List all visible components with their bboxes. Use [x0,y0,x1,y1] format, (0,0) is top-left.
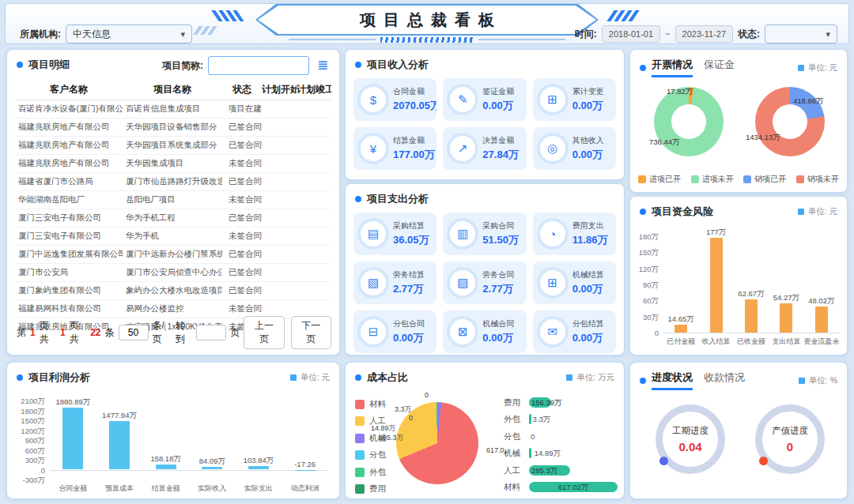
bar-category-label: 已付金额 [663,337,698,347]
expense-payment-icon: ◔ [540,221,565,246]
legend-item: 进项未开 [691,174,734,185]
page-size-input[interactable] [119,325,149,340]
stat-card-label: 机械合同 [482,318,514,329]
table-column-header: 计划竣工 [297,83,331,96]
axis-line [50,470,328,471]
tab-deposit[interactable]: 保证金 [704,58,735,75]
tab-collection-status[interactable]: 收款情况 [704,370,745,388]
tab-progress-status[interactable]: 进度状况 [652,370,693,390]
bar-category-label: 实际收入 [189,483,236,494]
date-start-input[interactable]: 2018-01-01 [602,25,660,43]
visa-amount-icon: ✎ [450,87,475,112]
table-row[interactable]: 百诺肯净水设备(厦门)有限公司百诺肯信息集成项目项目在建 [15,100,331,118]
labor-contract-icon: ▨ [450,270,475,295]
unit-square-icon [290,374,297,381]
table-cell: 华为手机 [123,231,222,242]
stat-card: ↗决算金额27.84万 [443,127,526,170]
bar [109,421,130,470]
status-select[interactable]: ▾ [765,24,837,43]
table-cell: 已签合同 [222,213,262,224]
income-cards: $合同金额2070.05万✎签证金额0.00万⊞累计变更0.00万¥结算金额17… [346,77,624,178]
gauge-label: 工期进度 [672,425,709,437]
legend-color-icon [355,450,365,460]
stat-card-label: 费用支出 [572,220,608,231]
table-cell: 福建省厦门市公路局 [15,176,123,187]
table-row[interactable]: 华能湖南岳阳电厂岳阳电厂项目未签合同 [15,191,331,209]
pagination: 第 1 页共 1 页共 22 条 条/页 转到 页 上一页 下一页 [17,316,331,349]
bar-value-label: -17.26 [278,460,333,468]
org-select[interactable]: 中天信息 ▾ [66,24,192,43]
stat-card-value: 51.50万 [482,233,519,247]
bar-category-label: 支出结算 [769,337,803,347]
tab-invoice-status[interactable]: 开票情况 [652,58,693,77]
panel-dot-icon [355,374,361,381]
table-cell: 未签合同 [222,194,262,205]
axis-tick: 1200万 [15,427,45,437]
stat-card-label: 结算金额 [393,135,435,146]
gauge-label: 产值进度 [772,425,808,437]
bar-value-label: 177万 [689,228,744,238]
table-row[interactable]: 福建兆联房地产有限公司天华园项目系统集成部分已签合同 [15,137,331,155]
list-icon[interactable]: ≣ [314,57,331,74]
cost-bar-value: 3.3万 [533,415,551,425]
axis-tick: 0 [637,329,659,337]
stat-card-label: 分包结算 [572,318,604,329]
stat-card: ◔费用支出11.86万 [533,213,616,255]
stat-card-value: 0.00万 [393,331,425,345]
stat-card-value: 0.00万 [572,282,604,296]
project-detail-panel: 项目明细 项目简称: ≣ 客户名称项目名称状态计划开始计划竣工 百诺肯净水设备(… [6,49,340,355]
purchase-settlement-icon: ▤ [361,221,386,246]
table-row[interactable]: 厦门市公安局厦门市公安局侦查中心办公设...已签合同 [15,264,331,282]
stat-card: $合同金额2070.05万 [353,78,436,121]
table-cell: 天华园项目系统集成部分 [123,140,222,151]
table-row[interactable]: 厦门中远逸集团发展有限公司厦门中远新办公楼门禁系统已签合同 [15,246,331,264]
cost-bar-value: 617.02万 [529,483,618,493]
stat-card-value: 0.00万 [572,331,604,345]
table-row[interactable]: 厦门三安电子有限公司华为手机工程已签合同 [15,209,331,228]
table-row[interactable]: 厦门三安电子有限公司华为手机未签合同 [15,228,331,246]
axis-tick: -300万 [15,476,45,486]
next-page-button[interactable]: 下一页 [291,316,331,349]
bar-category-label: 动态利润 [282,483,328,494]
stat-card: ⊞机械结算0.00万 [533,261,616,304]
stat-card-value: 0.00万 [482,331,514,345]
date-end-input[interactable]: 2023-11-27 [675,25,733,43]
cost-bar-name: 材料 [504,482,529,493]
stat-card: ✎签证金额0.00万 [443,78,526,121]
stat-card-label: 劳务合同 [482,269,514,280]
prev-page-button[interactable]: 上一页 [244,316,284,349]
axis-line [663,333,839,333]
subcontract-settlement-icon: ✉ [540,319,565,344]
stat-card-value: 11.86万 [572,233,608,247]
panel-dot-icon [640,65,646,71]
search-input[interactable] [208,56,309,75]
cost-bar-row: 费用156.39万 [504,394,621,412]
table-row[interactable]: 福建兆联房地产有限公司天华园集成项目未签合同 [15,155,331,173]
page-title: 项目总裁看板 [352,9,502,31]
axis-tick: 90万 [637,280,659,291]
stat-card-value: 2.77万 [393,282,425,296]
table-row[interactable]: 福建省厦门市公路局厦门市仙岳路路灯升级改造项目已签合同 [15,173,331,191]
goto-page-input[interactable] [196,325,226,340]
cost-bar-value: 156.39万 [531,398,562,408]
unit-square-icon [799,378,805,384]
bar-value-label: 1880.89万 [45,397,100,408]
panel-dot-icon [640,378,646,384]
gauge-dot-icon [759,457,768,465]
bar [675,325,687,333]
table-cell: 福建兆联房地产有限公司 [15,122,123,133]
table-row[interactable]: 厦门象屿集团有限公司象屿办公大楼水电改造项目已签合同 [15,282,331,300]
cost-legend: 材料人工机械分包外包费用 [355,396,386,498]
axis-tick: 0 [15,466,45,475]
stat-card: ▥采购合同51.50万 [443,213,526,255]
project-detail-title: 项目明细 [28,58,70,72]
table-row[interactable]: 福建兆联房地产有限公司天华园项目设备销售部分已签合同 [15,118,331,137]
table-cell: 厦门中远新办公楼门禁系统 [123,249,222,260]
legend-item: 分包 [355,447,386,465]
stat-card-label: 签证金额 [482,86,514,97]
fund-risk-bar-chart: 180万150万120万90万60万30万014.65万已付金额177万收入结算… [637,224,841,350]
cost-ratio-unit: 单位: 万元 [576,372,614,383]
invoice-donuts: 17.82万 736.44万 418.86万 1434.13万 [630,82,847,167]
legend-item: 销项已开 [743,174,786,185]
profit-bar-chart: 2100万1800万1500万1200万900万600万300万0-300万18… [15,389,331,498]
